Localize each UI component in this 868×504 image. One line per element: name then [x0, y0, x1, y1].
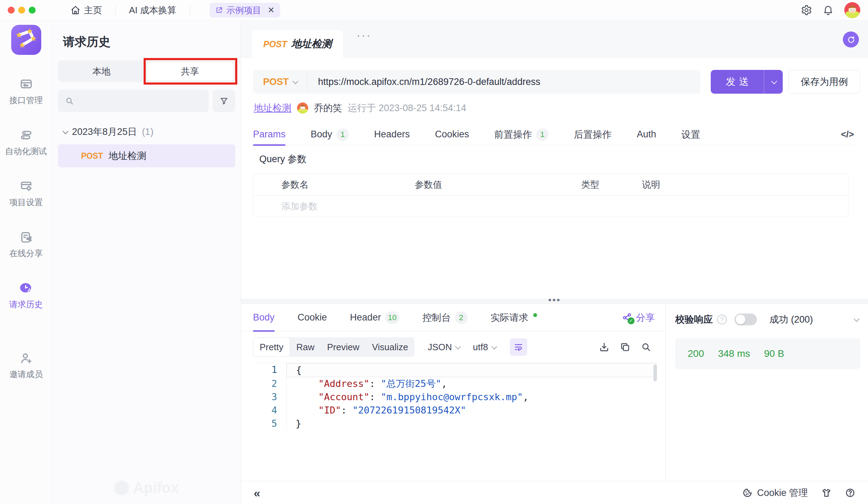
view-visualize[interactable]: Visualize — [366, 337, 414, 357]
history-search[interactable] — [58, 90, 209, 112]
download-icon[interactable] — [599, 342, 609, 352]
share-link[interactable]: ✓ 分享 — [622, 311, 655, 324]
apifox-logo-mark — [114, 481, 129, 495]
sync-button[interactable] — [843, 31, 859, 48]
history-item-name: 地址检测 — [109, 150, 146, 162]
body-count-badge: 1 — [337, 128, 349, 141]
validate-response-toggle[interactable] — [735, 314, 757, 325]
notifications-bell-icon[interactable] — [823, 5, 834, 16]
request-history-panel: 请求历史 本地 共享 2023年8月25日 (1) — [52, 21, 241, 504]
tab-settings[interactable]: 设置 — [681, 124, 700, 145]
minimize-window-button[interactable] — [18, 7, 25, 14]
generate-code-icon[interactable]: </> — [841, 129, 854, 140]
format-select[interactable]: JSON — [428, 342, 460, 353]
word-wrap-button[interactable] — [510, 338, 527, 356]
sidebar-item-automated-testing[interactable]: 自动化测试 — [5, 128, 47, 157]
tab-params[interactable]: Params — [253, 124, 285, 145]
theme-tshirt-icon[interactable] — [821, 488, 832, 498]
home-nav[interactable]: 主页 — [71, 4, 102, 16]
more-tabs-icon[interactable]: ··· — [356, 28, 371, 42]
request-tab-active[interactable]: POST 地址检测 — [252, 30, 343, 58]
history-item-selected[interactable]: POST 地址检测 — [58, 144, 235, 167]
send-options-caret[interactable] — [764, 70, 783, 94]
tab-response-cookie[interactable]: Cookie — [298, 304, 327, 331]
request-history-icon — [19, 281, 34, 295]
encoding-select[interactable]: utf8 — [473, 342, 496, 353]
validate-response-label: 校验响应 — [675, 313, 713, 326]
sidebar-item-online-share[interactable]: 在线分享 — [9, 230, 43, 259]
cookie-manage-button[interactable]: Cookie 管理 — [742, 487, 808, 499]
response-body-editor[interactable]: 1 { 2 "Address": "总万街25号", 3 "Account": … — [253, 363, 657, 430]
check-badge-icon: ✓ — [628, 317, 635, 324]
method-select[interactable]: POST — [253, 70, 308, 94]
close-project-tab-icon[interactable]: ✕ — [268, 5, 275, 15]
sidebar-item-label: 在线分享 — [9, 248, 43, 259]
request-tab-strip: POST 地址检测 ··· — [241, 21, 868, 58]
filter-button[interactable] — [213, 90, 235, 112]
tab-actual-request[interactable]: 实际请求 — [491, 304, 537, 331]
tab-headers[interactable]: Headers — [374, 124, 410, 145]
sidebar-item-api-management[interactable]: 接口管理 — [9, 77, 43, 106]
history-date-group[interactable]: 2023年8月25日 (1) — [63, 125, 241, 138]
pre-ops-count-badge: 1 — [536, 128, 549, 141]
view-pretty[interactable]: Pretty — [253, 337, 290, 357]
tab-auth[interactable]: Auth — [637, 124, 656, 145]
svg-text:★: ★ — [19, 41, 26, 50]
url-input[interactable]: https://mock.apifox.cn/m1/2689726-0-defa… — [308, 77, 540, 87]
title-bar: 主页 AI 成本换算 示例项目 ✕ — [0, 0, 868, 21]
view-raw[interactable]: Raw — [290, 337, 321, 357]
green-dot-indicator — [533, 313, 537, 317]
search-in-response-icon[interactable] — [641, 342, 651, 352]
window-controls — [8, 7, 36, 14]
send-button[interactable]: 发送 — [711, 70, 783, 94]
sidebar-item-project-settings[interactable]: 项目设置 — [9, 179, 43, 208]
tab-local[interactable]: 本地 — [58, 60, 145, 82]
tab-pre-operations[interactable]: 前置操作1 — [494, 124, 549, 145]
search-icon — [65, 96, 74, 106]
response-tabs: Body Cookie Header10 控制台2 实际请求 ✓ 分享 — [241, 304, 665, 331]
sidebar-item-request-history[interactable]: 请求历史 — [9, 281, 43, 310]
project-tab[interactable]: 示例项目 ✕ — [210, 3, 280, 17]
copy-icon[interactable] — [620, 342, 630, 352]
help-circle-icon[interactable]: ? — [717, 315, 727, 324]
filter-funnel-icon — [219, 96, 229, 106]
search-input[interactable] — [74, 96, 209, 107]
save-as-case-button[interactable]: 保存为用例 — [788, 70, 860, 94]
workspace-nav[interactable]: AI 成本换算 — [129, 4, 176, 16]
url-bar: POST https://mock.apifox.cn/m1/2689726-0… — [253, 70, 700, 94]
view-preview[interactable]: Preview — [321, 337, 366, 357]
app-logo[interactable]: ★★★★ — [11, 25, 41, 55]
api-name-link[interactable]: 地址检测 — [254, 102, 291, 114]
view-mode-tabs: Pretty Raw Preview Visualize — [253, 337, 414, 357]
column-type: 类型 — [581, 179, 642, 191]
home-label: 主页 — [84, 4, 102, 16]
maximize-window-button[interactable] — [29, 7, 36, 14]
status-bar: « Cookie 管理 — [241, 481, 868, 504]
editor-scrollbar[interactable] — [653, 365, 657, 381]
code-line: 4 "ID": "20722619150819542X" — [253, 404, 657, 417]
settings-gear-icon[interactable] — [801, 5, 812, 16]
chevron-down-icon — [771, 78, 777, 84]
code-line: 5 } — [253, 417, 657, 430]
add-param-placeholder[interactable]: 添加参数 — [253, 200, 415, 213]
tab-shared[interactable]: 共享 — [147, 62, 234, 80]
user-avatar[interactable] — [844, 2, 860, 18]
sidebar-item-label: 接口管理 — [9, 95, 43, 106]
pane-splitter[interactable]: ••• — [241, 299, 868, 304]
tab-post-operations[interactable]: 后置操作 — [574, 124, 612, 145]
column-param-name: 参数名 — [253, 179, 415, 191]
tab-console[interactable]: 控制台2 — [422, 304, 468, 331]
sidebar-item-invite-member[interactable]: 邀请成员 — [9, 351, 43, 380]
tab-response-header[interactable]: Header10 — [350, 304, 399, 331]
add-param-row[interactable]: 添加参数 — [253, 196, 848, 217]
tab-response-body[interactable]: Body — [253, 304, 275, 331]
collapse-sidebar-icon[interactable]: « — [254, 487, 260, 499]
close-window-button[interactable] — [8, 7, 15, 14]
main-area: POST 地址检测 ··· POST https://mock.apifox.c… — [241, 21, 868, 504]
response-metrics: 200 348 ms 90 B — [675, 338, 860, 369]
chevron-down-icon[interactable] — [854, 316, 860, 322]
tab-cookies[interactable]: Cookies — [435, 124, 469, 145]
tab-body[interactable]: Body1 — [311, 124, 349, 145]
help-icon[interactable] — [845, 488, 855, 498]
panel-title: 请求历史 — [63, 34, 241, 50]
